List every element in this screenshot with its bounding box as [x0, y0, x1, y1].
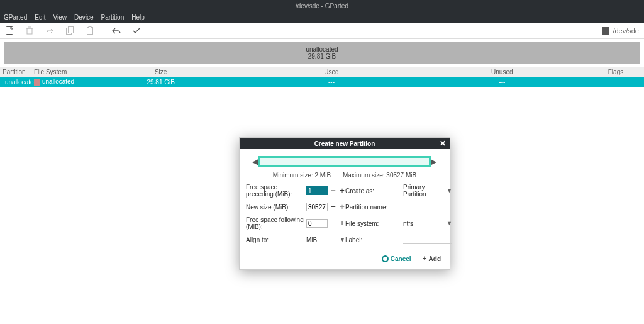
copy-icon[interactable] [65, 26, 74, 35]
col-flags: Flags [587, 69, 644, 75]
align-value: MiB [306, 237, 317, 243]
close-icon[interactable]: ✕ [440, 139, 446, 148]
minus-icon[interactable]: − [330, 204, 336, 210]
fs-swatch-icon [34, 79, 40, 86]
fs-value: ntfs [403, 220, 413, 227]
label-new-size: New size (MiB): [246, 204, 306, 211]
label-create-as: Create as: [345, 187, 403, 194]
delete-icon[interactable] [25, 26, 34, 35]
diskmap-size: 29.81 GiB [308, 53, 336, 60]
plus-icon: + [423, 254, 427, 263]
svg-rect-5 [69, 27, 74, 33]
add-button[interactable]: + Add [423, 254, 441, 263]
menubar: GParted Edit View Device Partition Help [0, 11, 644, 23]
cell-unused: --- [417, 79, 587, 86]
plus-icon[interactable]: + [339, 204, 345, 210]
slider-left-arrow-icon[interactable]: ◀ [252, 157, 258, 166]
resize-icon[interactable] [45, 26, 54, 35]
cell-partition: unallocated [0, 79, 31, 86]
label-fs: File system: [345, 220, 403, 227]
dialog-title: Create new Partition [314, 140, 375, 147]
undo-icon[interactable] [112, 26, 121, 35]
svg-rect-7 [89, 27, 91, 28]
free-after-spinner[interactable]: − + [306, 219, 345, 228]
create-partition-dialog: Create new Partition ✕ ◀ ▶ Minimum size:… [239, 137, 450, 270]
create-as-value: Primary Partition [403, 184, 447, 198]
label-part-name: Partition name: [345, 204, 403, 211]
size-slider[interactable]: ◀ ▶ [252, 154, 437, 169]
slider-bar[interactable] [258, 156, 431, 167]
device-name: /dev/sde [613, 27, 639, 35]
label-align: Align to: [246, 237, 306, 243]
label-label: Label: [345, 237, 403, 243]
menu-view[interactable]: View [53, 14, 67, 21]
apply-icon[interactable] [132, 26, 141, 35]
cancel-icon [382, 255, 389, 262]
diskmap-label: unallocated [306, 46, 338, 53]
svg-rect-6 [87, 28, 93, 35]
disk-icon [602, 27, 609, 35]
chevron-down-icon: ▼ [340, 237, 345, 243]
label-free-after: Free space following (MiB): [246, 216, 306, 230]
cell-size: 29.81 GiB [75, 79, 246, 86]
paste-icon[interactable] [86, 26, 94, 35]
plus-icon[interactable]: + [339, 187, 345, 194]
size-limits: Minimum size: 2 MiB Maximum size: 30527 … [240, 172, 450, 179]
col-unused: Unused [417, 69, 587, 75]
plus-icon[interactable]: + [339, 220, 345, 226]
new-size-spinner[interactable]: − + [306, 203, 345, 211]
menu-gparted[interactable]: GParted [4, 14, 27, 21]
col-used: Used [246, 69, 416, 75]
label-input[interactable] [403, 235, 452, 244]
toolbar: /dev/sde [0, 23, 644, 39]
free-before-spinner[interactable]: − + [306, 186, 345, 195]
window-title: /dev/sde - GParted [296, 3, 348, 9]
cancel-button[interactable]: Cancel [382, 255, 411, 262]
disk-map[interactable]: unallocated 29.81 GiB [4, 42, 640, 64]
new-size-input[interactable] [306, 203, 328, 211]
chevron-down-icon: ▼ [447, 220, 452, 226]
create-as-combo[interactable]: Primary Partition ▼ [403, 184, 452, 198]
new-icon[interactable] [5, 26, 14, 35]
cell-used: --- [246, 79, 416, 86]
label-free-before: Free space preceding (MiB): [246, 184, 306, 198]
fs-combo[interactable]: ntfs ▼ [403, 220, 452, 227]
chevron-down-icon: ▼ [447, 187, 452, 194]
col-size: Size [75, 69, 246, 75]
partition-name-input[interactable] [403, 203, 452, 211]
dialog-titlebar: Create new Partition ✕ [240, 138, 450, 149]
menu-partition[interactable]: Partition [101, 14, 125, 21]
menu-edit[interactable]: Edit [35, 14, 45, 21]
col-filesystem: File System [31, 69, 75, 75]
cell-filesystem: unallocated [31, 78, 75, 85]
col-partition: Partition [0, 69, 31, 75]
max-size: Maximum size: 30527 MiB [343, 172, 416, 179]
table-row[interactable]: unallocated unallocated 29.81 GiB --- --… [0, 77, 644, 87]
min-size: Minimum size: 2 MiB [273, 172, 331, 179]
table-header: Partition File System Size Used Unused F… [0, 67, 644, 77]
free-before-input[interactable] [306, 186, 328, 195]
free-after-input[interactable] [306, 219, 328, 228]
slider-right-arrow-icon[interactable]: ▶ [431, 157, 437, 166]
window-titlebar: /dev/sde - GParted [0, 0, 644, 11]
minus-icon[interactable]: − [330, 220, 336, 226]
menu-device[interactable]: Device [74, 14, 94, 21]
minus-icon[interactable]: − [330, 187, 336, 194]
menu-help[interactable]: Help [131, 14, 145, 21]
align-combo[interactable]: MiB ▼ [306, 237, 345, 243]
svg-rect-1 [27, 28, 32, 34]
device-selector[interactable]: /dev/sde [602, 27, 639, 35]
